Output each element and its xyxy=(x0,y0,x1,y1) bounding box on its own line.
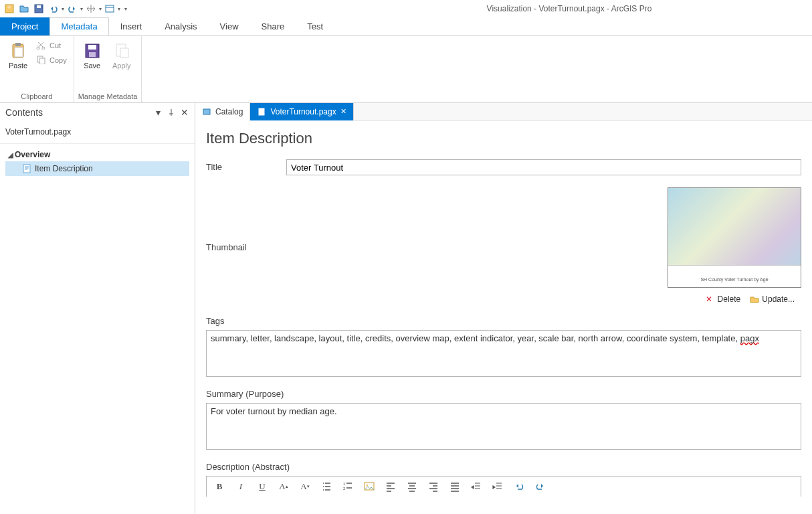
apply-icon xyxy=(111,40,132,62)
contents-pane: Contents ▾ ✕ VoterTurnout.pagx ◢ Overvie… xyxy=(0,103,195,514)
view-tabs: Catalog VoterTurnout.pagx ✕ xyxy=(195,103,812,120)
new-project-icon[interactable] xyxy=(3,2,16,15)
ribbon-body: Paste Cut Copy Clipboard Save xyxy=(0,36,812,103)
svg-rect-14 xyxy=(88,45,96,50)
ribbon-tabs: Project Metadata Insert Analysis View Sh… xyxy=(0,17,812,36)
undo-dropdown-icon[interactable]: ▾ xyxy=(62,6,64,12)
tab-share[interactable]: Share xyxy=(250,17,296,35)
delete-icon: ✕ xyxy=(706,294,715,304)
bold-button[interactable]: B xyxy=(213,481,225,493)
apply-label: Apply xyxy=(112,62,131,70)
outdent-button[interactable] xyxy=(470,481,482,493)
field-thumbnail-row: Thumbnail SH County Voter Turnout by Age… xyxy=(206,187,801,304)
view-tab-file[interactable]: VoterTurnout.pagx ✕ xyxy=(250,103,353,120)
catalog-icon xyxy=(202,107,211,116)
thumbnail-delete-button[interactable]: ✕ Delete xyxy=(706,294,741,304)
tab-view[interactable]: View xyxy=(209,17,250,35)
pagx-file-icon xyxy=(257,107,266,116)
summary-input[interactable]: For voter turnout by median age. xyxy=(206,403,801,450)
cut-icon xyxy=(36,40,47,51)
qat-customize-icon[interactable]: ▾ xyxy=(124,6,127,12)
thumbnail-label: Thumbnail xyxy=(206,240,286,252)
pan-dropdown-icon[interactable]: ▾ xyxy=(99,6,102,12)
contents-pane-title: Contents xyxy=(5,107,43,118)
collapse-arrow-icon: ◢ xyxy=(7,151,15,159)
justify-button[interactable] xyxy=(449,481,461,493)
font-grow-button[interactable]: A▴ xyxy=(278,481,290,493)
field-title-row: Title xyxy=(206,159,801,175)
svg-rect-17 xyxy=(120,48,128,58)
italic-button[interactable]: I xyxy=(235,481,247,493)
pan-icon[interactable] xyxy=(84,2,98,15)
tags-flagged-text: pagx xyxy=(740,333,759,343)
font-shrink-button[interactable]: A▾ xyxy=(299,481,311,493)
svg-text:2: 2 xyxy=(343,487,346,491)
align-right-button[interactable] xyxy=(427,481,439,493)
title-input[interactable] xyxy=(286,159,801,175)
svg-rect-8 xyxy=(15,48,23,57)
tab-project[interactable]: Project xyxy=(0,17,49,35)
svg-rect-12 xyxy=(39,58,45,64)
align-center-button[interactable] xyxy=(406,481,418,493)
tab-metadata[interactable]: Metadata xyxy=(49,17,108,35)
numbered-list-button[interactable]: 12 xyxy=(342,481,354,493)
paste-label: Paste xyxy=(9,62,27,70)
svg-text:1: 1 xyxy=(343,482,346,486)
description-label: Description (Abstract) xyxy=(206,462,801,472)
clipboard-group-label: Clipboard xyxy=(4,90,70,102)
redo-icon[interactable] xyxy=(66,2,79,15)
view-tab-catalog[interactable]: Catalog xyxy=(195,103,250,120)
save-button[interactable]: Save xyxy=(78,39,106,71)
tree-overview[interactable]: ◢ Overview xyxy=(5,148,189,161)
save-project-icon[interactable] xyxy=(32,2,45,15)
underline-button[interactable]: U xyxy=(256,481,268,493)
file-tab-label: VoterTurnout.pagx xyxy=(270,107,336,116)
richtext-toolbar: B I U A▴ A▾ 12 xyxy=(206,476,801,497)
ribbon-group-manage-metadata: Save Apply Manage Metadata xyxy=(74,36,142,102)
tab-insert[interactable]: Insert xyxy=(109,17,154,35)
svg-point-24 xyxy=(367,485,369,487)
tab-analysis[interactable]: Analysis xyxy=(153,17,208,35)
tags-input[interactable]: summary, letter, landscape, layout, titl… xyxy=(206,330,801,377)
contents-tree: ◢ Overview Item Description xyxy=(0,144,195,180)
pane-pin-icon[interactable] xyxy=(167,108,176,117)
align-left-button[interactable] xyxy=(385,481,397,493)
cut-button[interactable]: Cut xyxy=(33,39,70,52)
svg-rect-15 xyxy=(89,52,96,57)
explore-icon[interactable] xyxy=(103,2,116,15)
pane-menu-icon[interactable]: ▾ xyxy=(153,108,163,117)
insert-image-button[interactable] xyxy=(363,481,375,493)
cut-label: Cut xyxy=(49,41,61,50)
redo-dropdown-icon[interactable]: ▾ xyxy=(80,6,83,12)
bullet-list-button[interactable] xyxy=(320,481,332,493)
tags-text: summary, letter, landscape, layout, titl… xyxy=(211,333,740,343)
undo-icon[interactable] xyxy=(47,2,60,15)
explore-dropdown-icon[interactable]: ▾ xyxy=(118,6,120,12)
copy-icon xyxy=(36,55,47,66)
tab-close-icon[interactable]: ✕ xyxy=(340,107,346,116)
thumbnail-update-button[interactable]: Update... xyxy=(750,294,795,304)
folder-icon xyxy=(750,294,759,304)
save-label: Save xyxy=(84,62,100,70)
svg-rect-20 xyxy=(259,108,264,115)
open-project-icon[interactable] xyxy=(17,2,31,15)
document-icon xyxy=(21,163,32,174)
svg-rect-18 xyxy=(23,165,30,173)
window-title: Visualization - VoterTurnout.pagx - ArcG… xyxy=(128,4,809,13)
catalog-tab-label: Catalog xyxy=(215,107,243,116)
quick-access-toolbar: ▾ ▾ ▾ ▾ ▾ Visualization - VoterTurnout.p… xyxy=(0,0,812,17)
redo-rt-button[interactable] xyxy=(534,481,546,493)
view-area: Catalog VoterTurnout.pagx ✕ Item Descrip… xyxy=(195,103,812,514)
pane-close-icon[interactable]: ✕ xyxy=(180,108,189,117)
paste-button[interactable]: Paste xyxy=(4,39,32,71)
copy-button[interactable]: Copy xyxy=(33,54,70,67)
apply-button[interactable]: Apply xyxy=(108,39,136,71)
metadata-form: Item Description Title Thumbnail SH Coun… xyxy=(195,120,812,514)
thumbnail-image: SH County Voter Turnout by Age xyxy=(668,187,801,288)
tree-item-description[interactable]: Item Description xyxy=(5,161,189,176)
tab-test[interactable]: Test xyxy=(296,17,334,35)
svg-rect-5 xyxy=(106,5,114,12)
tags-label: Tags xyxy=(206,316,801,326)
indent-button[interactable] xyxy=(492,481,504,493)
undo-rt-button[interactable] xyxy=(513,481,525,493)
